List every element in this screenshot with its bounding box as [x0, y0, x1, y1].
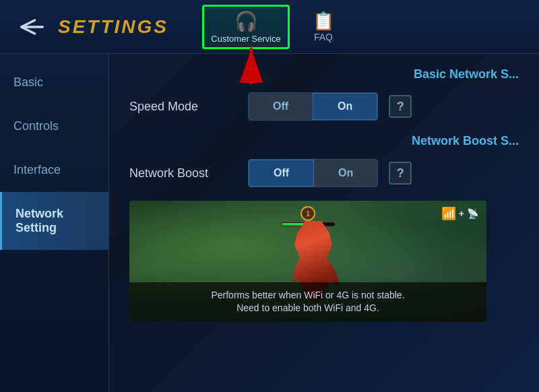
caption-line1: Performs better when WiFi or 4G is not s…: [211, 290, 404, 300]
network-boost-label: Network Boost: [129, 166, 237, 181]
back-button[interactable]: [13, 15, 47, 39]
network-boost-off-btn[interactable]: Off: [249, 160, 314, 187]
header: SETTINGS 🎧 Customer Service 📋 FAQ: [0, 0, 539, 54]
tab-customer-service-label: Customer Service: [211, 34, 280, 44]
header-tabs: 🎧 Customer Service 📋 FAQ: [202, 5, 350, 49]
tab-faq[interactable]: 📋 FAQ: [296, 5, 350, 49]
speed-mode-off-btn[interactable]: Off: [249, 93, 313, 120]
speed-mode-on-btn[interactable]: On: [313, 93, 377, 120]
section1-title: Basic Network S...: [129, 67, 519, 81]
main-layout: Basic Controls Interface Network Setting…: [0, 54, 539, 392]
plus-icon: +: [459, 208, 464, 219]
preview-area: 1 📶 + 📡 Performs better when WiFi or 4G …: [129, 201, 486, 322]
network-hud: 📶 + 📡: [441, 206, 478, 221]
speed-mode-toggle[interactable]: Off On: [248, 92, 378, 121]
signal-icon: 📡: [467, 208, 478, 219]
wifi-icon: 📶: [441, 206, 456, 221]
faq-icon: 📋: [313, 11, 334, 32]
sidebar-item-controls[interactable]: Controls: [0, 104, 108, 148]
section2-title: Network Boost S...: [129, 134, 519, 148]
speed-mode-label: Speed Mode: [129, 100, 237, 114]
sidebar: Basic Controls Interface Network Setting: [0, 54, 109, 392]
network-boost-toggle[interactable]: Off On: [248, 159, 378, 187]
network-boost-row: Network Boost Off On ?: [129, 159, 519, 187]
network-boost-help-btn[interactable]: ?: [389, 162, 412, 185]
tab-customer-service[interactable]: 🎧 Customer Service: [202, 5, 290, 49]
speed-mode-row: Speed Mode Off On ?: [129, 92, 519, 121]
network-boost-on-btn[interactable]: On: [314, 160, 377, 187]
sidebar-item-basic[interactable]: Basic: [0, 61, 108, 104]
page-title: SETTINGS: [58, 16, 168, 38]
sidebar-item-network-setting[interactable]: Network Setting: [0, 192, 108, 250]
level-badge: 1: [300, 206, 315, 221]
tab-faq-label: FAQ: [314, 32, 333, 42]
preview-caption: Performs better when WiFi or 4G is not s…: [129, 282, 486, 322]
caption-line2: Need to enable both WiFi and 4G.: [236, 302, 379, 313]
help-icon: ?: [397, 100, 404, 114]
customer-service-icon: 🎧: [234, 10, 258, 32]
speed-mode-help-btn[interactable]: ?: [389, 95, 412, 118]
content-area: Basic Network S... Speed Mode Off On ? N…: [109, 54, 539, 392]
help-icon-2: ?: [397, 166, 404, 181]
sidebar-item-interface[interactable]: Interface: [0, 148, 108, 192]
